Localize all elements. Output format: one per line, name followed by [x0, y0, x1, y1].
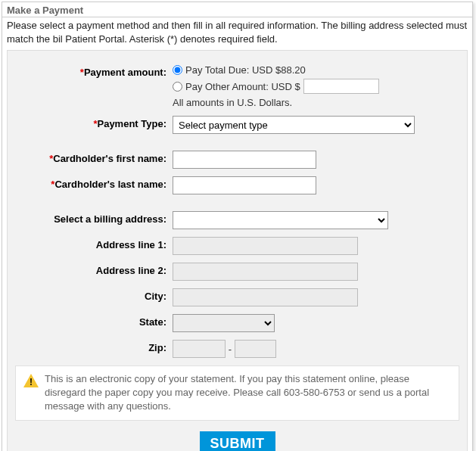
last-name-label: Cardholder's last name: — [54, 179, 166, 190]
payment-amount-label: Payment amount: — [84, 67, 166, 78]
zip-label: Zip: — [148, 342, 166, 353]
panel-title: Make a Payment — [2, 2, 472, 17]
payment-type-select[interactable]: Select payment type — [173, 116, 415, 134]
notice-text: This is an electronic copy of your state… — [45, 372, 451, 414]
first-name-input[interactable] — [173, 151, 316, 169]
statement-notice: This is an electronic copy of your state… — [15, 365, 459, 421]
billing-address-label: Select a billing address: — [54, 213, 166, 225]
address2-input[interactable] — [173, 263, 358, 281]
billing-address-select[interactable] — [173, 211, 388, 229]
warning-icon — [23, 374, 39, 387]
submit-button[interactable]: SUBMIT — [200, 431, 275, 451]
payment-panel: Make a Payment Please select a payment m… — [2, 2, 473, 451]
address1-label: Address line 1: — [96, 239, 166, 250]
pay-total-radio[interactable] — [173, 65, 182, 75]
pay-other-radio[interactable] — [173, 82, 182, 92]
address1-input[interactable] — [173, 237, 358, 255]
pay-total-label: Pay Total Due: USD $88.20 — [185, 64, 306, 76]
pay-other-amount-input[interactable] — [303, 79, 379, 94]
city-label: City: — [145, 291, 166, 302]
zip-input-2[interactable] — [235, 340, 276, 358]
amount-hint: All amounts in U.S. Dollars. — [173, 97, 459, 108]
first-name-label: Cardholder's first name: — [53, 153, 166, 164]
intro-text: Please select a payment method and then … — [2, 17, 472, 50]
state-label: State: — [139, 316, 166, 328]
last-name-input[interactable] — [173, 176, 316, 194]
zip-separator: - — [226, 344, 235, 355]
city-input[interactable] — [173, 288, 358, 306]
address2-label: Address line 2: — [96, 265, 166, 276]
state-select[interactable] — [173, 314, 275, 332]
payment-type-label: Payment Type: — [97, 118, 166, 129]
payment-form: *Payment amount: Pay Total Due: USD $88.… — [7, 50, 468, 451]
pay-other-label: Pay Other Amount: USD $ — [185, 81, 300, 92]
zip-input-1[interactable] — [173, 340, 226, 358]
